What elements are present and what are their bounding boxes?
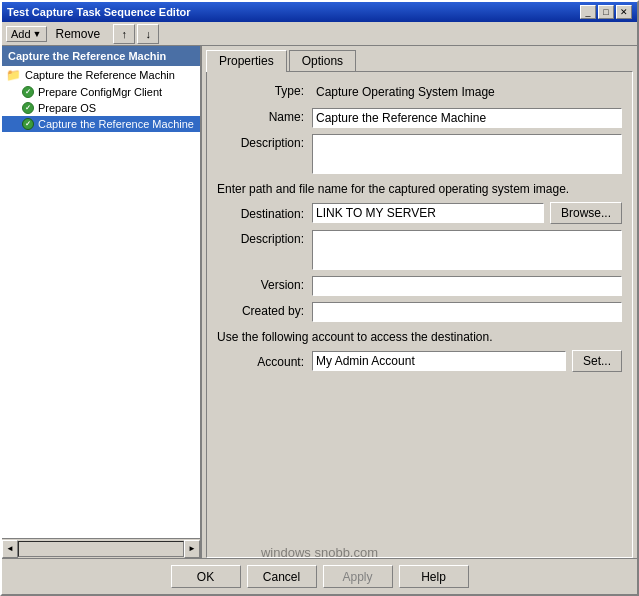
window-title: Test Capture Task Sequence Editor (7, 6, 191, 18)
scroll-left[interactable]: ◄ (2, 540, 18, 558)
description2-label: Description: (217, 230, 312, 246)
version-input[interactable] (312, 276, 622, 296)
title-bar: Test Capture Task Sequence Editor _ □ ✕ (2, 2, 637, 22)
ok-button[interactable]: OK (171, 565, 241, 588)
tree-item-prepareos[interactable]: Prepare OS (2, 100, 200, 116)
left-panel: Capture the Reference Machin 📁 Capture t… (2, 46, 202, 558)
bottom-bar: OK Cancel Apply Help (2, 558, 637, 594)
left-panel-scrollbar: ◄ ► (2, 538, 200, 558)
minimize-button[interactable]: _ (580, 5, 596, 19)
step-status-icon-1 (22, 86, 34, 98)
tree-item-folder-label: Capture the Reference Machin (25, 69, 175, 81)
title-controls: _ □ ✕ (580, 5, 632, 19)
tab-properties[interactable]: Properties (206, 50, 287, 72)
step-status-icon-2 (22, 102, 34, 114)
scroll-right[interactable]: ► (184, 540, 200, 558)
left-panel-title: Capture the Reference Machin (2, 46, 200, 66)
tab-bar: Properties Options (202, 46, 637, 71)
name-label: Name: (217, 108, 312, 124)
cancel-button[interactable]: Cancel (247, 565, 317, 588)
main-content: Capture the Reference Machin 📁 Capture t… (2, 46, 637, 558)
type-row: Type: (217, 82, 622, 102)
tab-content-properties: Type: Name: Description: Enter path and … (206, 71, 633, 558)
name-input[interactable] (312, 108, 622, 128)
account-input[interactable] (312, 351, 566, 371)
step-status-icon-3 (22, 118, 34, 130)
account-info-text: Use the following account to access the … (217, 330, 622, 344)
created-by-input[interactable] (312, 302, 622, 322)
account-row: Account: Set... (217, 350, 622, 372)
tree-item-capture-label: Capture the Reference Machine (38, 118, 194, 130)
destination-label: Destination: (217, 205, 312, 221)
apply-button[interactable]: Apply (323, 565, 393, 588)
type-input[interactable] (312, 82, 622, 102)
tree-item-folder[interactable]: 📁 Capture the Reference Machin (2, 66, 200, 84)
info-text: Enter path and file name for the capture… (217, 182, 622, 196)
maximize-button[interactable]: □ (598, 5, 614, 19)
destination-row: Destination: Browse... (217, 202, 622, 224)
toolbar-icons: ↑ ↓ (113, 24, 159, 44)
tree-item-configmgr-label: Prepare ConfigMgr Client (38, 86, 162, 98)
set-button[interactable]: Set... (572, 350, 622, 372)
version-row: Version: (217, 276, 622, 296)
close-button[interactable]: ✕ (616, 5, 632, 19)
tree-item-prepareos-label: Prepare OS (38, 102, 96, 114)
version-label: Version: (217, 276, 312, 292)
browse-button[interactable]: Browse... (550, 202, 622, 224)
add-dropdown-icon: ▼ (33, 29, 42, 39)
description2-input[interactable] (312, 230, 622, 270)
menu-bar: Add ▼ Remove ↑ ↓ (2, 22, 637, 46)
description-label: Description: (217, 134, 312, 150)
tab-options[interactable]: Options (289, 50, 356, 72)
remove-button[interactable]: Remove (49, 25, 108, 43)
tree-item-capture[interactable]: Capture the Reference Machine (2, 116, 200, 132)
created-by-row: Created by: (217, 302, 622, 322)
help-button[interactable]: Help (399, 565, 469, 588)
description-input[interactable] (312, 134, 622, 174)
created-by-label: Created by: (217, 302, 312, 318)
account-label: Account: (217, 353, 312, 369)
main-window: Test Capture Task Sequence Editor _ □ ✕ … (0, 0, 639, 596)
folder-icon: 📁 (6, 68, 21, 82)
name-row: Name: (217, 108, 622, 128)
right-panel: Properties Options Type: Name: (202, 46, 637, 558)
toolbar-icon-2[interactable]: ↓ (137, 24, 159, 44)
add-menu-button[interactable]: Add ▼ (6, 26, 47, 42)
tree-item-configmgr[interactable]: Prepare ConfigMgr Client (2, 84, 200, 100)
description2-row: Description: (217, 230, 622, 270)
type-label: Type: (217, 82, 312, 98)
destination-input[interactable] (312, 203, 544, 223)
description-row: Description: (217, 134, 622, 174)
toolbar-icon-1[interactable]: ↑ (113, 24, 135, 44)
